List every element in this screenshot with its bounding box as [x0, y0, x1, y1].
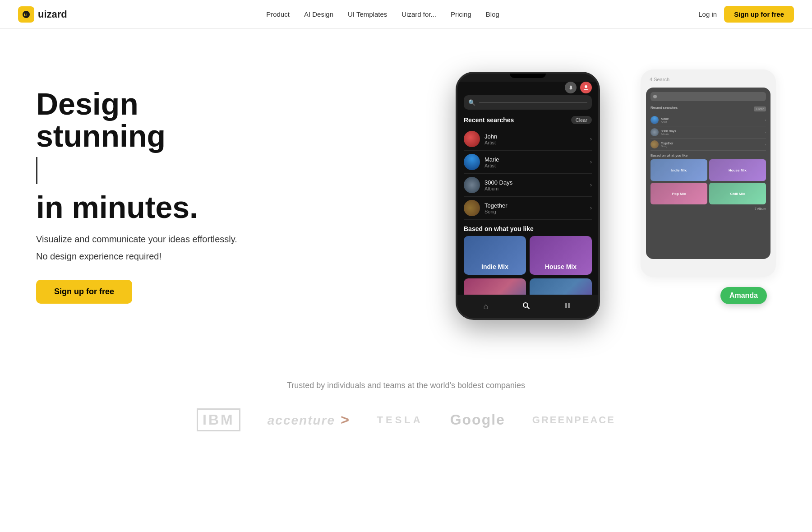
bg-card-3: Pop Mix — [651, 183, 707, 204]
hero-heading-line2: in minutes. — [36, 190, 198, 224]
bg-type-1: Artist — [661, 120, 669, 123]
card-house-mix-label: House Mix — [545, 263, 577, 270]
nav-links: Product AI Design UI Templates Uizard fo… — [266, 10, 499, 18]
card-indie-mix[interactable]: Indie Mix — [464, 236, 526, 275]
cursor-tooltip: Amanda — [720, 287, 767, 304]
based-title: Based on what you like — [464, 225, 592, 232]
bg-album-label: 7 Album — [651, 207, 766, 210]
svg-point-3 — [585, 85, 587, 88]
item-type-john: Artist — [484, 140, 586, 145]
nav-ui-templates[interactable]: UI Templates — [348, 10, 387, 18]
signup-hero-button[interactable]: Sign up for free — [36, 280, 132, 304]
phone-search-icon: 🔍 — [468, 99, 475, 106]
svg-rect-7 — [568, 303, 570, 308]
logo[interactable]: u uizard — [18, 6, 67, 23]
accenture-label: accenture — [268, 413, 335, 427]
bg-name-2: 3000 Days — [661, 130, 676, 133]
chevron-3000days: › — [590, 182, 592, 188]
hero-subtext1: Visualize and communicate your ideas eff… — [36, 232, 253, 246]
clear-button[interactable]: Clear — [571, 116, 592, 124]
bg-avatar-2 — [651, 128, 659, 136]
nav-actions: Log in Sign up for free — [698, 6, 794, 23]
bg-arrow-3: › — [765, 143, 766, 146]
svg-point-2 — [570, 89, 571, 90]
library-nav-icon[interactable] — [564, 301, 572, 312]
item-name-marie: Marie — [484, 156, 586, 163]
home-nav-icon[interactable]: ⌂ — [484, 302, 489, 311]
search-item-john: John Artist › — [464, 128, 592, 151]
bg-clear-btn: Clear — [754, 106, 766, 111]
recent-searches-title: Recent searches — [464, 116, 514, 124]
bg-name-3: Together — [661, 142, 673, 145]
bg-name-1: Marie — [661, 117, 669, 120]
signup-nav-button[interactable]: Sign up for free — [724, 6, 794, 23]
hero-heading: Design stunning in minutes. — [36, 88, 253, 223]
search-item-together: Together Song › — [464, 197, 592, 220]
logo-icon: u — [18, 6, 34, 23]
avatar-together — [464, 200, 480, 216]
item-info-together: Together Song — [484, 202, 586, 214]
trusted-section: Trusted by individuals and teams at the … — [0, 354, 812, 449]
nav-blog[interactable]: Blog — [486, 10, 499, 18]
ibm-logo: IBM — [197, 408, 240, 431]
bg-arrow-1: › — [765, 119, 766, 122]
hero-heading-line1: Design stunning — [36, 87, 166, 153]
accenture-arrow: > — [341, 412, 350, 428]
item-info-marie: Marie Artist — [484, 156, 586, 168]
phone-bottom-nav: ⌂ — [457, 295, 598, 318]
chevron-john: › — [590, 136, 592, 142]
item-info-3000days: 3000 Days Album — [484, 179, 586, 191]
nav-pricing[interactable]: Pricing — [451, 10, 471, 18]
bg-card-1: Indie Mix — [651, 159, 707, 181]
avatar-john — [464, 131, 480, 147]
item-info-john: John Artist — [484, 133, 586, 145]
search-item-3000days: 3000 Days Album › — [464, 174, 592, 197]
hero-text: Design stunning in minutes. Visualize an… — [36, 88, 253, 304]
hero-visual: 4.Search Recent searches Clear M — [253, 56, 785, 336]
bg-card-4: Chill Mix — [709, 183, 766, 204]
svg-rect-6 — [565, 303, 567, 308]
svg-text:u: u — [24, 12, 27, 17]
recent-searches-header: Recent searches Clear — [464, 116, 592, 124]
card-indie-mix-label: Indie Mix — [481, 263, 508, 270]
trusted-title: Trusted by individuals and teams at the … — [18, 381, 794, 390]
nav-ai-design[interactable]: AI Design — [304, 10, 333, 18]
login-button[interactable]: Log in — [698, 10, 717, 18]
phone-notch — [510, 74, 546, 78]
phone-search-bar: 🔍 — [464, 95, 592, 110]
bg-phone-label: 4.Search — [646, 75, 770, 84]
nav-product[interactable]: Product — [266, 10, 290, 18]
hero-subtext2: No design experience required! — [36, 251, 253, 262]
chevron-marie: › — [590, 159, 592, 165]
item-type-3000days: Album — [484, 186, 586, 191]
item-name-3000days: 3000 Days — [484, 179, 586, 186]
item-type-marie: Artist — [484, 163, 586, 168]
item-name-together: Together — [484, 202, 586, 209]
accenture-logo: accenture > — [268, 412, 350, 428]
item-type-together: Song — [484, 209, 586, 214]
phone-screen: 🔍 Recent searches Clear John Artist › — [457, 82, 598, 318]
user-avatar-icon — [580, 82, 592, 93]
bell-icon — [565, 82, 577, 93]
bg-arrow-2: › — [765, 131, 766, 134]
chevron-together: › — [590, 205, 592, 211]
phone-main: 🔍 Recent searches Clear John Artist › — [456, 72, 600, 320]
bg-based-title: Based on what you like — [651, 153, 766, 157]
company-logos: IBM accenture > TESLA Google GREENPEACE — [18, 408, 794, 431]
bg-search-icon — [653, 95, 657, 98]
card-house-mix[interactable]: House Mix — [530, 236, 592, 275]
search-nav-icon[interactable] — [522, 301, 530, 312]
search-item-marie: Marie Artist › — [464, 151, 592, 174]
google-logo: Google — [450, 412, 505, 428]
tesla-logo: TESLA — [377, 414, 423, 426]
item-name-john: John — [484, 133, 586, 140]
hero-divider — [36, 157, 37, 184]
bg-item-1: Marie Artist › — [651, 114, 766, 126]
bg-avatar-3 — [651, 140, 659, 148]
navbar: u uizard Product AI Design UI Templates … — [0, 0, 812, 29]
phone-background: 4.Search Recent searches Clear M — [641, 69, 776, 277]
svg-line-5 — [527, 307, 529, 309]
bg-type-3: Song — [661, 145, 673, 148]
bg-item-2: 3000 Days Album › — [651, 126, 766, 139]
nav-uizard-for[interactable]: Uizard for... — [401, 10, 436, 18]
